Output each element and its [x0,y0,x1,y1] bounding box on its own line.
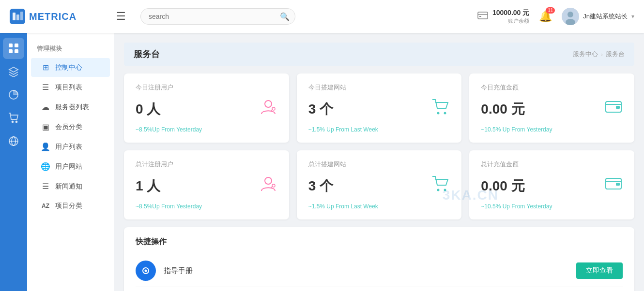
svg-point-17 [16,121,17,123]
svg-rect-4 [478,12,488,19]
dash-icon [136,261,156,281]
account-label: 账户余额 [492,17,529,25]
search-input[interactable] [140,8,295,25]
account-amount: 10000.00 元 [492,9,529,17]
az-icon: AZ [41,203,50,209]
sidebar-item-label: 项目列表 [55,83,82,92]
search-bar: 🔍 [140,8,295,25]
search-icon[interactable]: 🔍 [280,12,290,21]
sidebar-item-label: 会员分类 [55,123,82,131]
sidebar-item-user-website[interactable]: 🌐 用户网站 [31,157,110,176]
sidebar-icon-globe[interactable] [3,131,24,152]
user-icon [259,98,277,120]
stat-value: 0.00 元 [481,177,524,195]
svg-point-29 [265,177,272,184]
svg-rect-1 [13,13,15,20]
stat-card-total-users: 总计注册用户 1 人 ~8.5%Up From Yesterday [124,150,289,219]
stat-card-title: 总计注册用户 [136,160,277,169]
breadcrumb-current: 服务台 [606,50,625,58]
svg-rect-2 [16,15,19,20]
cart-icon [431,98,450,120]
breadcrumb: 服务中心 › 服务台 [573,50,625,58]
stat-card-body: 0.00 元 [481,98,623,120]
sidebar-item-user-list[interactable]: 👤 用户列表 [31,137,110,156]
stat-card-body: 1 人 [136,175,277,197]
user-area[interactable]: Jn建站系统站长 ▾ [562,8,634,25]
sidebar-item-project-category[interactable]: AZ 项目分类 [31,197,110,215]
wallet-icon [604,98,623,120]
sidebar-section-title: 管理模块 [27,41,114,57]
sidebar-icon-pie[interactable] [3,84,24,105]
account-text: 10000.00 元 账户余额 [492,9,529,25]
sidebar-icon-cart[interactable] [3,107,24,129]
stat-card-title: 总计充值金额 [481,160,623,169]
svg-point-31 [272,184,275,187]
sidebar-item-project-list[interactable]: ☰ 项目列表 [31,78,110,97]
wallet-icon [604,175,623,197]
stat-card-body: 0.00 元 [481,175,623,197]
breadcrumb-sep: › [601,51,603,58]
svg-rect-35 [616,183,620,186]
main-content: 3KA.CN 服务台 服务中心 › 服务台 今日注册用户 0 人 [114,33,644,291]
svg-rect-13 [15,49,18,53]
globe-icon: 🌐 [41,162,50,171]
hamburger-menu[interactable]: ☰ [116,10,126,23]
user-name: Jn建站系统站长 [583,12,628,21]
svg-rect-6 [479,16,481,17]
stat-value: 3 个 [308,100,333,118]
view-now-button[interactable]: 立即查看 [576,262,623,279]
svg-point-21 [265,101,272,107]
cloud-icon: ☁ [41,102,50,112]
sidebar-item-label: 新闻通知 [55,182,82,191]
sidebar-item-server-list[interactable]: ☁ 服务器列表 [31,98,110,116]
stat-card-title: 今日注册用户 [136,83,277,92]
svg-point-24 [437,112,440,115]
stat-card-body: 3 个 [308,98,450,120]
stats-top-grid: 今日注册用户 0 人 ~8.5%Up From Yesterday [124,73,634,143]
stat-value: 1 人 [136,177,160,195]
svg-rect-12 [9,49,13,53]
sidebar-item-news[interactable]: ☰ 新闻通知 [31,177,110,196]
account-info: 10000.00 元 账户余额 [477,9,529,25]
page-title: 服务台 [134,48,160,60]
svg-point-32 [437,189,440,191]
sidebar-nav: 管理模块 ⊞ 控制中心 ☰ 项目列表 ☁ 服务器列表 ▣ 会员分类 👤 用户列表… [27,33,114,291]
sidebar-icon-layers[interactable] [3,61,24,82]
account-icon [477,10,489,24]
notification-btn[interactable]: 🔔 11 [539,10,552,23]
stat-card-title: 今日充值金额 [481,83,623,92]
sidebar-icon-strip [0,33,27,291]
sidebar-item-control-center[interactable]: ⊞ 控制中心 [31,58,110,77]
svg-point-39 [145,270,147,272]
stat-card-today-recharge: 今日充值金额 0.00 元 ~10.5% Up From Yesterday [469,73,634,143]
stat-trend: ~1.5% Up From Last Week [308,126,450,133]
avatar [562,8,579,25]
stat-value: 0.00 元 [481,100,524,118]
svg-point-16 [12,121,14,123]
chevron-down-icon: ▾ [631,13,634,20]
logo-area: METRICA [10,9,107,24]
sidebar-icon-dashboard[interactable] [3,38,24,59]
user-icon [259,175,277,197]
grid-icon: ⊞ [41,63,50,72]
svg-rect-27 [616,106,620,109]
quick-ops-title: 快捷操作 [136,237,623,247]
stat-card-body: 0 人 [136,98,277,120]
stat-value: 0 人 [136,100,160,118]
svg-marker-14 [9,67,18,72]
stat-trend: ~10.5% Up From Yesterday [481,203,623,210]
stat-trend: ~1.5% Up From Last Week [308,203,450,210]
header-right: 10000.00 元 账户余额 🔔 11 Jn建站系统站长 ▾ [477,8,634,25]
sidebar-item-label: 服务器列表 [55,103,89,112]
main-layout: 管理模块 ⊞ 控制中心 ☰ 项目列表 ☁ 服务器列表 ▣ 会员分类 👤 用户列表… [0,33,644,291]
cart-icon [431,175,450,197]
sidebar-item-label: 用户网站 [55,162,82,171]
stats-bottom-grid: 总计注册用户 1 人 ~8.5%Up From Yesterday [124,150,634,219]
stat-card-title: 总计搭建网站 [308,160,450,169]
sidebar-item-label: 用户列表 [55,143,82,151]
svg-point-23 [272,107,275,110]
sidebar-item-member-category[interactable]: ▣ 会员分类 [31,117,110,136]
id-card-icon: ▣ [41,122,50,131]
quick-ops-item: 指导手册 立即查看 [136,255,623,287]
sidebar-item-label: 项目分类 [55,202,82,210]
